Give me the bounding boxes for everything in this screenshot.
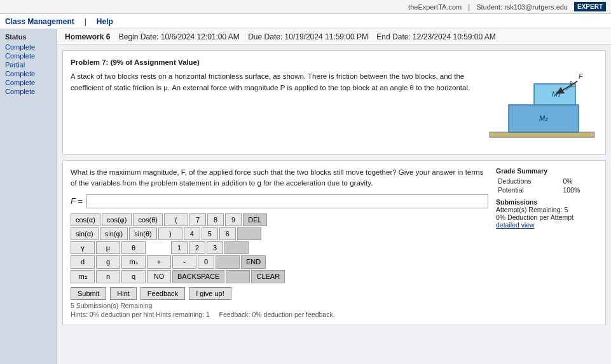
key-blank-2 <box>224 241 249 254</box>
keypad-row-5: m₂ n q NO BACKSPACE CLEAR <box>71 270 488 283</box>
key-minus[interactable]: - <box>172 255 196 269</box>
key-5[interactable]: 5 <box>202 227 218 240</box>
key-0[interactable]: 0 <box>198 255 214 269</box>
igiveup-button[interactable]: I give up! <box>189 287 231 300</box>
sidebar-status-label: Status <box>5 33 51 41</box>
key-sin-phi[interactable]: sin(φ) <box>100 227 128 240</box>
hw-title: Homework 6 <box>65 32 110 41</box>
answer-input[interactable] <box>86 194 488 208</box>
key-8[interactable]: 8 <box>207 213 224 226</box>
key-close-paren[interactable]: ) <box>158 227 182 240</box>
physics-diagram: M₂ M₁ F θ <box>483 57 598 146</box>
top-separator: | <box>468 3 470 11</box>
detailed-view-link[interactable]: detailed view <box>496 221 598 229</box>
key-1[interactable]: 1 <box>171 241 188 254</box>
key-m2[interactable]: m₂ <box>71 270 95 283</box>
nav-bar: Class Management | Help <box>0 14 611 29</box>
problem-title: Problem 7: (9% of Assignment Value) <box>71 57 477 68</box>
key-del[interactable]: DEL <box>243 213 267 226</box>
grade-summary-table: Deductions 0% Potential 100% <box>496 177 598 194</box>
svg-rect-0 <box>490 132 594 137</box>
hw-end: End Date: 12/23/2024 10:59:00 AM <box>376 32 495 41</box>
key-3[interactable]: 3 <box>207 241 223 254</box>
submission-info: 5 Submission(s) Remaining <box>71 302 488 309</box>
key-cos-alpha[interactable]: cos(α) <box>71 213 100 226</box>
key-blank-3 <box>216 255 240 269</box>
submissions-remaining: 5 Submission(s) Remaining <box>71 302 152 309</box>
deduction-per-attempt: 0% Deduction per Attempt <box>496 213 598 221</box>
main-content: Homework 6 Begin Date: 10/6/2024 12:01:0… <box>57 29 611 364</box>
key-7[interactable]: 7 <box>189 213 206 226</box>
hw-due: Due Date: 10/19/2024 11:59:00 PM <box>248 32 368 41</box>
svg-text:M₂: M₂ <box>539 114 548 122</box>
deductions-label: Deductions <box>496 177 561 185</box>
sidebar-item-1[interactable]: Complete <box>5 43 51 51</box>
keypad-row-1: cos(α) cos(φ) cos(θ) ( 7 8 9 DEL <box>71 213 488 226</box>
sidebar: Status Complete Complete Partial Complet… <box>0 29 57 364</box>
top-bar: theExpertTA.com | Student: rsk103@rutger… <box>0 0 611 14</box>
keypad-row-4: d g m₁ + - 0 END <box>71 255 488 269</box>
key-cos-phi[interactable]: cos(φ) <box>102 213 132 226</box>
key-n[interactable]: n <box>96 270 120 283</box>
hints-info: Hints: 0% deduction per hint Hints remai… <box>71 311 488 318</box>
sidebar-item-3[interactable]: Partial <box>5 61 51 69</box>
key-plus[interactable]: + <box>147 255 171 269</box>
key-no[interactable]: NO <box>147 270 171 283</box>
question-left: What is the maximum magnitude, F, of the… <box>71 167 488 318</box>
sidebar-item-5[interactable]: Complete <box>5 79 51 86</box>
key-2[interactable]: 2 <box>189 241 205 254</box>
key-9[interactable]: 9 <box>225 213 242 226</box>
hints-label: Hints: 0% deduction per hint Hints remai… <box>71 311 210 318</box>
problem-text: Problem 7: (9% of Assignment Value) A st… <box>71 57 477 148</box>
grade-summary: Grade Summary Deductions 0% Potential 10… <box>496 167 598 229</box>
key-end[interactable]: END <box>241 255 266 269</box>
grade-summary-title: Grade Summary <box>496 167 598 175</box>
key-open-paren[interactable]: ( <box>164 213 188 226</box>
problem-image: M₂ M₁ F θ <box>483 57 598 148</box>
svg-text:θ: θ <box>570 81 573 87</box>
key-4[interactable]: 4 <box>184 227 200 240</box>
layout: Status Complete Complete Partial Complet… <box>0 29 611 364</box>
help-link[interactable]: Help <box>97 17 113 26</box>
class-management-link[interactable]: Class Management <box>5 17 74 26</box>
feedback-button[interactable]: Feedback <box>141 287 185 300</box>
key-sin-alpha[interactable]: sin(α) <box>71 227 99 240</box>
key-clear[interactable]: CLEAR <box>251 270 285 283</box>
key-d[interactable]: d <box>71 255 95 269</box>
hw-begin: Begin Date: 10/6/2024 12:01:00 AM <box>119 32 240 41</box>
key-blank-1 <box>237 227 261 240</box>
site-name: theExpertTA.com <box>408 3 462 11</box>
submissions-section-title: Submissions <box>496 198 598 206</box>
problem-area: Problem 7: (9% of Assignment Value) A st… <box>62 50 606 155</box>
sidebar-item-6[interactable]: Complete <box>5 88 51 95</box>
key-gamma[interactable]: γ <box>71 241 95 254</box>
expert-badge[interactable]: EXPERT <box>574 2 606 11</box>
question-text: What is the maximum magnitude, F, of the… <box>71 167 488 189</box>
key-g[interactable]: g <box>96 255 120 269</box>
hint-button[interactable]: Hint <box>110 287 137 300</box>
key-cos-theta[interactable]: cos(θ) <box>133 213 163 226</box>
nav-separator: | <box>85 17 86 26</box>
grade-summary-panel: Grade Summary Deductions 0% Potential 10… <box>496 167 598 318</box>
key-backspace[interactable]: BACKSPACE <box>172 270 224 283</box>
feedback-label: Feedback: 0% deduction per feedback. <box>219 311 334 318</box>
top-bar-right: theExpertTA.com | Student: rsk103@rutger… <box>408 2 606 11</box>
potential-label: Potential <box>496 185 561 194</box>
sidebar-item-4[interactable]: Complete <box>5 70 51 78</box>
key-m1[interactable]: m₁ <box>121 255 146 269</box>
key-sin-theta[interactable]: sin(θ) <box>129 227 157 240</box>
key-q[interactable]: q <box>121 270 146 283</box>
answer-row: F = <box>71 194 488 208</box>
key-mu[interactable]: μ <box>96 241 120 254</box>
key-6[interactable]: 6 <box>219 227 236 240</box>
keypad: cos(α) cos(φ) cos(θ) ( 7 8 9 DEL sin(α) … <box>71 213 488 283</box>
sidebar-item-2[interactable]: Complete <box>5 52 51 60</box>
problem-description: A stack of two blocks rests on a horizon… <box>71 71 477 93</box>
submit-button[interactable]: Submit <box>71 287 106 300</box>
answer-label: F = <box>71 196 83 206</box>
svg-text:F: F <box>579 72 584 80</box>
keypad-row-2: sin(α) sin(φ) sin(θ) ) 4 5 6 <box>71 227 488 240</box>
key-theta[interactable]: θ <box>121 241 146 254</box>
attempts-remaining: Attempt(s) Remaining: 5 <box>496 206 598 213</box>
potential-value: 100% <box>561 185 598 194</box>
